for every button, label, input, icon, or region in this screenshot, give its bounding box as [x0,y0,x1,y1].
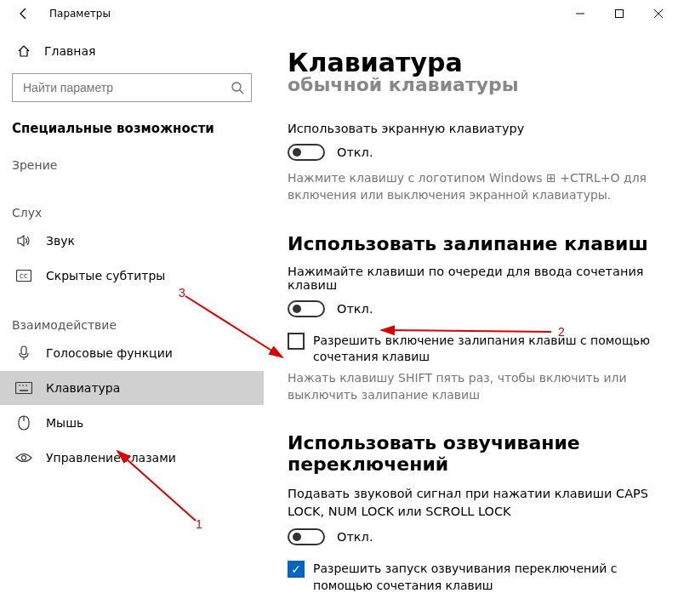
togglekeys-shortcut-checkbox[interactable]: ✓ [288,561,305,578]
nav-eye[interactable]: Управление глазами [12,441,252,475]
nav-sound-label: Звук [46,234,75,248]
nav-voice-label: Голосовые функции [46,346,173,360]
sticky-label: Нажимайте клавиши по очереди для ввода с… [288,265,651,292]
togglekeys-toggle-state: Откл. [337,530,373,544]
nav-mouse[interactable]: Мышь [12,405,252,441]
eye-icon [15,452,32,464]
sidebar-group-interaction: Взаимодействие [12,318,252,332]
nav-home[interactable]: Главная [12,37,252,65]
close-icon [654,9,663,18]
osk-toggle[interactable] [288,144,325,161]
maximize-button[interactable] [600,0,639,27]
sticky-toggle-state: Откл. [337,302,373,316]
nav-voice[interactable]: Голосовые функции [12,335,252,371]
arrow-left-icon [17,7,31,20]
minimize-button[interactable] [561,0,600,27]
nav-eye-label: Управление глазами [46,451,176,465]
home-icon [15,44,32,58]
sticky-shortcut-checkbox[interactable] [288,333,305,350]
togglekeys-shortcut-label: Разрешить запуск озвучивания переключени… [313,561,651,594]
nav-keyboard[interactable]: Клавиатура [0,371,264,405]
osk-toggle-state: Откл. [337,145,373,159]
nav-home-label: Главная [44,44,95,58]
svg-rect-7 [16,383,32,394]
cutoff-heading: Использовать устройство без обычной клав… [288,76,651,117]
title-bar: Параметры [0,0,678,27]
nav-sound[interactable]: Звук [12,223,252,259]
svg-line-3 [240,90,243,94]
svg-rect-1 [616,10,624,18]
content-pane: Клавиатура Использовать устройство без о… [264,27,678,616]
sidebar-group-vision: Зрение [12,158,252,172]
sticky-shortcut-label: Разрешить включение залипания клавиш с п… [313,333,651,366]
window-controls [561,0,678,27]
search-icon [231,81,244,94]
nav-cc-label: Скрытые субтитры [46,269,165,282]
nav-cc[interactable]: CC Скрытые субтитры [12,259,252,293]
sidebar: Главная Специальные возможности Зрение С… [0,27,264,616]
sticky-toggle[interactable] [288,300,325,317]
sticky-heading: Использовать залипание клавиш [288,233,651,254]
minimize-icon [576,9,584,18]
nav-keyboard-label: Клавиатура [46,381,120,395]
microphone-icon [15,345,32,361]
svg-text:CC: CC [20,273,28,280]
maximize-icon [615,9,624,18]
window-title: Параметры [49,8,111,20]
page-title: Клавиатура [288,48,651,77]
keyboard-icon [15,382,32,394]
search-input[interactable] [23,81,231,94]
sidebar-group-hearing: Слух [12,206,252,220]
speaker-icon [15,233,32,248]
close-button[interactable] [639,0,678,27]
togglekeys-toggle[interactable] [288,528,325,545]
svg-point-2 [232,83,241,91]
osk-label: Использовать экранную клавиатуру [288,122,651,135]
svg-rect-6 [21,346,26,355]
togglekeys-heading: Использовать озвучивание переключений [288,432,651,475]
svg-point-14 [22,456,26,460]
nav-mouse-label: Мышь [46,416,83,430]
sidebar-section-title: Специальные возможности [12,121,252,136]
back-button[interactable] [10,0,37,27]
sticky-hint: Нажать клавишу SHIFT пять раз, чтобы вкл… [288,369,651,404]
cc-icon: CC [15,270,32,282]
mouse-icon [15,415,32,431]
togglekeys-label: Подавать звуковой сигнал при нажатии кла… [288,485,651,520]
search-box[interactable] [12,73,252,102]
osk-hint: Нажмите клавишу с логотипом Windows ⊞ +C… [288,169,651,204]
